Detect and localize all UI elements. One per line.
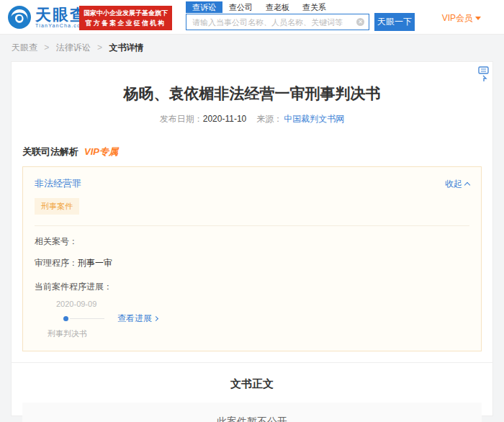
vip-member-label: VIP会员: [442, 13, 473, 23]
search-box: ✕: [186, 14, 369, 30]
timeline-date: 2020-09-09: [48, 300, 469, 308]
search-tabs: 查诉讼 查公司 查老板 查关系: [186, 1, 415, 13]
case-number-label: 相关案号：: [35, 236, 78, 246]
collapse-label: 收起: [445, 179, 462, 189]
procedure-row: 审理程序：刑事一审: [35, 257, 469, 269]
top-header: 天眼查 TianYanCha.com 国家中小企业发展子基金旗下 官方备案企业征…: [0, 0, 504, 35]
collapse-button[interactable]: 收起: [445, 178, 469, 190]
tab-relation[interactable]: 查关系: [296, 1, 333, 13]
publish-date-value: 2020-11-10: [203, 114, 247, 124]
vip-member-menu[interactable]: VIP会员: [442, 12, 481, 24]
gov-badge-line1: 国家中小企业发展子基金旗下: [84, 8, 168, 18]
timeline-line: [70, 318, 104, 319]
source-label: 来源：: [256, 114, 282, 124]
chevron-right-icon: [153, 316, 158, 321]
tab-boss[interactable]: 查老板: [259, 1, 296, 13]
caret-down-icon: [475, 17, 481, 20]
vip-exclusive-tag: VIP专属: [84, 146, 118, 157]
chevron-up-icon: [464, 181, 470, 187]
tianyancha-eye-icon: [7, 5, 32, 30]
gov-certification-badge: 国家中小企业发展子基金旗下 官方备案企业征信机构: [79, 6, 172, 30]
analysis-label: 关联司法解析: [22, 146, 78, 157]
breadcrumb: 天眼查 > 法律诉讼 > 文书详情: [0, 35, 504, 60]
timeline-dot-icon: [63, 316, 68, 321]
not-public-notice: 此案件暂不公开 不公开理由：人民法院认为不宜在互联网公布的其他情形: [22, 403, 482, 422]
procedure-label: 审理程序：: [35, 258, 78, 268]
case-progress-timeline: 2020-09-09 查看进展 刑事判决书: [35, 300, 469, 339]
timeline-doc-label: 刑事判决书: [48, 328, 469, 339]
document-detail-card: 杨旸、袁依楣非法经营一审刑事判决书 发布日期：2020-11-10来源：中国裁判…: [11, 61, 493, 416]
analysis-section-header: 关联司法解析VIP专属: [22, 145, 492, 158]
publish-date-label: 发布日期：: [160, 114, 203, 124]
breadcrumb-lawsuit[interactable]: 法律诉讼: [56, 42, 91, 53]
view-progress-link[interactable]: 查看进展: [117, 313, 158, 325]
breadcrumb-current: 文书详情: [109, 42, 143, 53]
tianyancha-logo[interactable]: 天眼查 TianYanCha.com: [7, 5, 87, 30]
breadcrumb-separator: >: [97, 42, 102, 53]
case-analysis-panel: 非法经营罪 收起 刑事案件 相关案号： 审理程序：刑事一审 当前案件程序进展： …: [22, 166, 482, 351]
progress-label: 当前案件程序进展：: [35, 281, 469, 293]
gov-badge-line2: 官方备案企业征信机构: [84, 18, 168, 28]
notice-line-1: 此案件暂不公开: [22, 412, 482, 422]
breadcrumb-separator: >: [44, 42, 49, 53]
tab-lawsuit[interactable]: 查诉讼: [186, 1, 222, 13]
document-body-heading: 文书正文: [12, 377, 492, 391]
search-button[interactable]: 天眼一下: [374, 13, 415, 31]
clear-input-icon[interactable]: ✕: [356, 18, 364, 26]
source-link[interactable]: 中国裁判文书网: [284, 114, 344, 124]
search-input[interactable]: [186, 14, 369, 30]
tab-company[interactable]: 查公司: [222, 1, 259, 13]
search-area: 查诉讼 查公司 查老板 查关系 ✕ 天眼一下: [186, 1, 415, 31]
page-title: 杨旸、袁依楣非法经营一审刑事判决书: [12, 84, 492, 104]
crime-name-link[interactable]: 非法经营罪: [35, 177, 81, 190]
document-meta: 发布日期：2020-11-10来源：中国裁判文书网: [12, 113, 492, 125]
procedure-value: 刑事一审: [78, 258, 112, 268]
section-divider: [12, 362, 492, 363]
case-number-row: 相关案号：: [35, 235, 469, 248]
breadcrumb-home[interactable]: 天眼查: [12, 42, 37, 53]
view-progress-label: 查看进展: [117, 313, 152, 323]
feedback-widget-icon[interactable]: [476, 66, 490, 83]
panel-divider: [35, 225, 469, 226]
case-type-badge: 刑事案件: [35, 198, 79, 215]
